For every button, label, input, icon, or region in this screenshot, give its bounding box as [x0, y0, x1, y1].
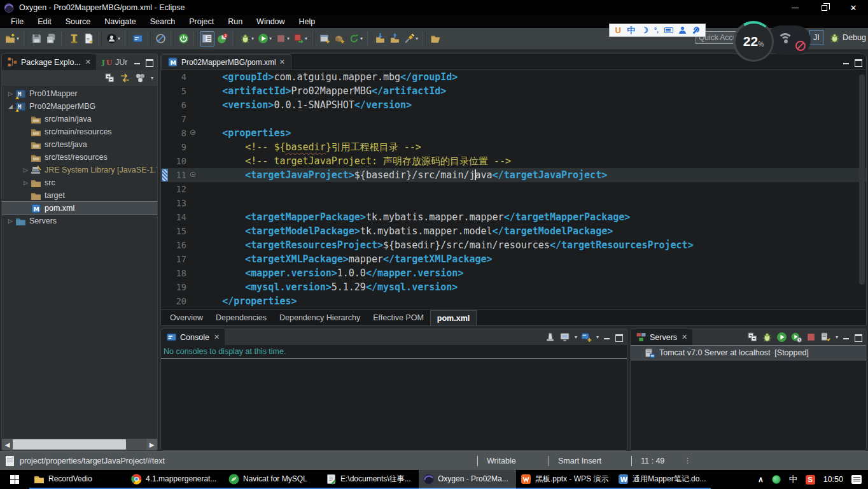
dropdown-icon[interactable]: ▾ [416, 36, 418, 41]
display-selected-console-icon[interactable] [559, 332, 570, 343]
close-icon[interactable]: ✕ [214, 333, 220, 341]
dropdown-icon[interactable]: ▾ [575, 334, 577, 340]
clock[interactable]: 10:50 [823, 475, 843, 484]
import-button[interactable] [374, 31, 387, 46]
menu-navigate[interactable]: Navigate [97, 15, 143, 28]
close-window-button[interactable]: ✕ [839, 0, 868, 15]
code-line-9[interactable]: 9 <!-- ${basedir}引用工程根目录 --> [161, 140, 866, 154]
print-button[interactable] [67, 31, 81, 46]
menu-edit[interactable]: Edit [31, 15, 59, 28]
expand-arrow-icon[interactable]: ◢ [6, 103, 15, 110]
code-line-5[interactable]: 5 <artifactId>Pro02MapperMBG</artifactId… [161, 84, 866, 98]
open-task-button[interactable] [82, 31, 95, 46]
taskbar-item-eclipse[interactable]: Oxygen - Pro02Ma... [419, 470, 516, 489]
start-server-icon[interactable] [776, 332, 787, 343]
menu-run[interactable]: Run [221, 15, 249, 28]
tab-servers[interactable]: Servers ✕ [631, 329, 692, 345]
minimize-editor-icon[interactable] [842, 59, 850, 66]
taskbar-item-chrome[interactable]: 4.1.mappergenerat... [127, 470, 224, 489]
taskbar-item-wps[interactable]: 黑板.pptx - WPS 演示 [516, 470, 613, 489]
publish-server-icon[interactable] [820, 332, 831, 343]
server-item-tomcat[interactable]: Tomcat v7.0 Server at localhost [Stopped… [631, 346, 866, 360]
ime-keyboard-icon[interactable] [664, 27, 673, 33]
collapse-all-icon[interactable] [747, 332, 758, 343]
collapse-arrow-icon[interactable]: ▷ [21, 167, 31, 173]
view-menu-icon[interactable]: ▾ [151, 75, 153, 81]
pom-tab-pom-xml[interactable]: pom.xml [430, 310, 477, 325]
coverage-button[interactable]: 1 [216, 31, 229, 46]
tree-item-pro01mapper[interactable]: ▷MPro01Mapper [2, 87, 157, 100]
tab-console[interactable]: Console ✕ [161, 329, 225, 345]
pom-tab-dependency-hierarchy[interactable]: Dependency Hierarchy [273, 310, 367, 325]
save-button[interactable] [30, 31, 43, 46]
taskbar-item-navicat[interactable]: Navicat for MySQL [224, 470, 321, 489]
profile-server-icon[interactable] [791, 332, 802, 343]
tree-item-src[interactable]: ▷src [2, 176, 157, 189]
editor-tab-pom-xml[interactable]: M Pro02MapperMBG/pom.xml ✕ [161, 54, 291, 69]
scroll-left-icon[interactable]: ◀ [2, 439, 13, 450]
ime-settings-icon[interactable] [692, 27, 699, 34]
link-with-editor-icon[interactable] [120, 73, 130, 83]
code-line-18[interactable]: 18 <mapper.version>1.0.0</mapper.version… [161, 266, 866, 280]
tree-item-pro02mappermbg[interactable]: ◢MPro02MapperMBG [2, 100, 157, 113]
maximize-view-icon[interactable] [615, 334, 623, 341]
search-button[interactable]: ▾ [403, 31, 419, 46]
menu-file[interactable]: File [4, 15, 31, 28]
taskbar-item-word[interactable]: W通用Mapper笔记.do... [613, 470, 711, 489]
horizontal-scrollbar[interactable]: ◀ ▶ [2, 439, 157, 450]
xml-editor-area[interactable]: 4 <groupId>com.atguigu.mapper.mbg</group… [161, 69, 866, 309]
tree-item-src-main-java[interactable]: src/main/java [2, 113, 157, 125]
ime-user-icon[interactable] [679, 27, 686, 34]
code-line-8[interactable]: 8 <properties> [161, 126, 866, 140]
code-line-20[interactable]: 20 </properties> [161, 294, 866, 308]
tree-item-src-test-java[interactable]: src/test/java [2, 138, 157, 151]
close-icon[interactable]: ✕ [279, 58, 285, 66]
code-line-14[interactable]: 14 <targetMapperPackage>tk.mybatis.mappe… [161, 210, 866, 224]
fold-marker-icon[interactable] [190, 172, 195, 177]
skip-breakpoints-button[interactable] [154, 31, 167, 46]
code-line-12[interactable]: 12 [161, 182, 866, 196]
minimize-view-icon[interactable] [603, 334, 611, 341]
maximize-view-icon[interactable] [145, 59, 153, 66]
scroll-right-icon[interactable]: ▶ [146, 439, 157, 450]
close-icon[interactable]: ✕ [85, 58, 91, 66]
open-console-icon[interactable] [581, 332, 592, 343]
new-package-button[interactable] [333, 31, 346, 46]
user-button[interactable]: ▾ [105, 31, 122, 46]
maximize-editor-icon[interactable] [854, 59, 862, 66]
debug-server-icon[interactable] [762, 332, 773, 343]
stop-server-icon[interactable] [806, 332, 816, 343]
tray-ime-indicator[interactable]: 中 [789, 474, 797, 485]
code-line-10[interactable]: 10 <!-- targetJavaProject: 声明存放源码的目录位置 -… [161, 154, 866, 168]
dropdown-icon[interactable]: ▾ [269, 36, 272, 41]
pom-tab-dependencies[interactable]: Dependencies [209, 310, 273, 325]
minimize-view-icon[interactable] [842, 334, 850, 341]
tab-package-explorer[interactable]: Package Explo... ✕ [2, 54, 96, 70]
tree-item-pom-xml[interactable]: Mpom.xml [2, 202, 157, 215]
dropdown-icon[interactable]: ▾ [287, 36, 290, 41]
start-server-button[interactable] [177, 31, 190, 46]
dropdown-icon[interactable]: ▾ [17, 36, 19, 41]
dropdown-icon[interactable]: ▾ [596, 334, 599, 340]
collapse-arrow-icon[interactable]: ▷ [6, 90, 15, 97]
collapse-arrow-icon[interactable]: ▷ [21, 180, 31, 186]
code-line-19[interactable]: 19 <mysql.version>5.1.29</mysql.version> [161, 280, 866, 294]
relaunch-button[interactable]: ▾ [292, 31, 309, 46]
collapse-arrow-icon[interactable]: ▷ [6, 218, 15, 224]
view-menu-icon[interactable]: ▾ [836, 334, 838, 340]
dropdown-icon[interactable]: ▾ [118, 36, 120, 41]
show-view-button[interactable] [200, 31, 214, 46]
pom-tab-effective-pom[interactable]: Effective POM [367, 310, 430, 325]
perspective-button-partial[interactable]: JI [809, 30, 823, 45]
code-line-17[interactable]: 17 <targetXMLPackage>mapper</targetXMLPa… [161, 252, 866, 266]
ime-punctuation-icon[interactable]: °, [654, 27, 659, 34]
menu-source[interactable]: Source [59, 15, 98, 28]
tray-expand-icon[interactable]: ∧ [758, 475, 764, 484]
view-presentation-icon[interactable] [135, 73, 146, 83]
code-line-7[interactable]: 7 [161, 112, 866, 126]
battery-widget[interactable]: 22% [733, 21, 774, 62]
code-line-15[interactable]: 15 <targetModelPackage>tk.mybatis.mapper… [161, 224, 866, 238]
dropdown-icon[interactable]: ▾ [251, 36, 254, 41]
code-line-13[interactable]: 13 [161, 196, 866, 210]
new-button[interactable]: ▾ [4, 31, 20, 46]
